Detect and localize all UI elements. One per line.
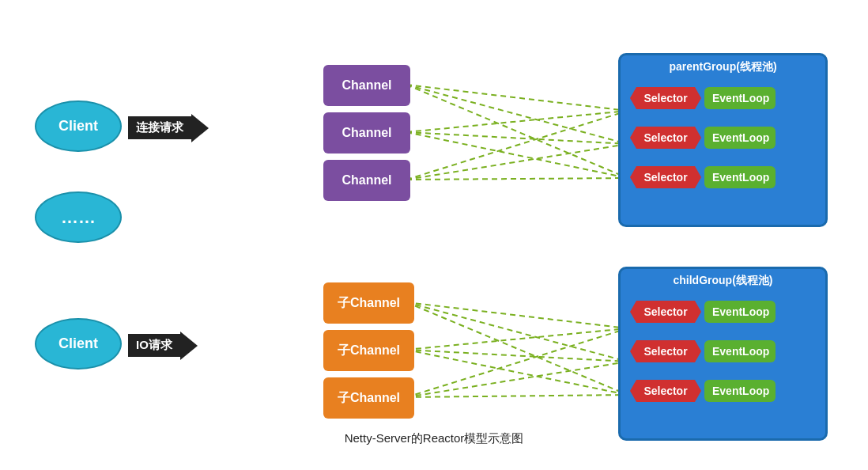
parent-sel-row-3: Selector EventLoop [630,166,776,188]
svg-line-3 [406,111,628,132]
child-eventloop-1: EventLoop [704,301,776,323]
client-dots: …… [35,191,122,243]
child-selector-2: Selector [630,340,701,362]
child-sel-row-3: Selector EventLoop [630,380,776,402]
parent-eventloop-1: EventLoop [704,87,776,109]
client-top: Client [35,100,122,152]
child-sel-row-2: Selector EventLoop [630,340,776,362]
svg-line-5 [406,132,628,178]
svg-line-11 [406,302,628,395]
channel-top-1: Channel [323,65,410,106]
child-group-title: childGroup(线程池) [621,274,825,288]
svg-line-4 [406,132,628,144]
svg-line-14 [406,350,628,395]
svg-line-8 [406,178,628,180]
arrow-connect-label: 连接请求 [128,116,191,139]
svg-line-9 [406,302,628,328]
parent-eventloop-2: EventLoop [704,127,776,149]
diagram-caption: Netty-Server的Reactor模型示意图 [19,431,849,446]
child-group: childGroup(线程池) Selector EventLoop Selec… [618,267,828,441]
channel-bottom-1: 子Channel [323,282,414,324]
child-selector-3: Selector [630,380,701,402]
svg-line-15 [406,328,628,397]
svg-line-13 [406,350,628,362]
svg-line-17 [406,395,628,397]
svg-line-6 [406,111,628,180]
parent-eventloop-3: EventLoop [704,166,776,188]
parent-sel-row-1: Selector EventLoop [630,87,776,109]
parent-group-title: parentGroup(线程池) [621,60,825,74]
child-eventloop-3: EventLoop [704,380,776,402]
channel-top-3: Channel [323,160,410,201]
parent-group: parentGroup(线程池) Selector EventLoop Sele… [618,53,828,227]
parent-selector-1: Selector [630,87,701,109]
channel-top-2: Channel [323,112,410,154]
child-eventloop-2: EventLoop [704,340,776,362]
channel-bottom-3: 子Channel [323,377,414,419]
parent-sel-row-2: Selector EventLoop [630,127,776,149]
client-bottom: Client [35,318,122,370]
arrow-connect: 连接请求 [128,116,191,139]
svg-line-10 [406,302,628,362]
child-sel-row-1: Selector EventLoop [630,301,776,323]
parent-selector-2: Selector [630,127,701,149]
child-selector-1: Selector [630,301,701,323]
arrow-io-label: IO请求 [128,334,180,357]
svg-line-12 [406,328,628,350]
svg-line-7 [406,144,628,180]
diagram: Client …… 连接请求 Channel Channel Channel p… [19,17,849,453]
arrow-io: IO请求 [128,334,180,357]
svg-line-2 [406,85,628,178]
svg-line-1 [406,85,628,144]
channel-bottom-2: 子Channel [323,330,414,371]
parent-selector-3: Selector [630,166,701,188]
svg-line-0 [406,85,628,111]
svg-line-16 [406,362,628,397]
